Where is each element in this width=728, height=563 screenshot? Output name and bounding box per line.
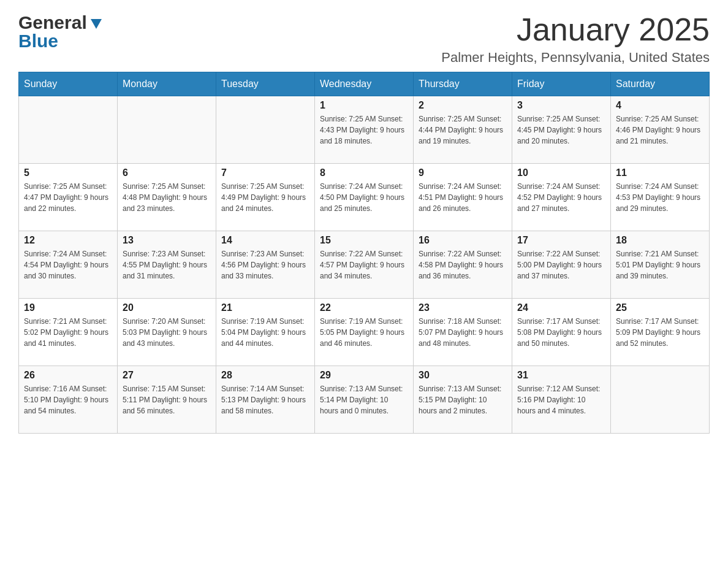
day-number: 22	[320, 302, 408, 313]
day-info: Sunrise: 7:19 AM Sunset: 5:04 PM Dayligh…	[221, 316, 309, 349]
day-number: 16	[419, 235, 507, 246]
table-row: 31Sunrise: 7:12 AM Sunset: 5:16 PM Dayli…	[512, 366, 611, 434]
day-info: Sunrise: 7:25 AM Sunset: 4:47 PM Dayligh…	[24, 181, 112, 214]
col-sunday: Sunday	[19, 72, 118, 96]
day-info: Sunrise: 7:25 AM Sunset: 4:43 PM Dayligh…	[320, 113, 408, 147]
day-number: 9	[419, 167, 507, 178]
table-row: 27Sunrise: 7:15 AM Sunset: 5:11 PM Dayli…	[118, 366, 216, 434]
day-info: Sunrise: 7:21 AM Sunset: 5:01 PM Dayligh…	[616, 248, 704, 282]
day-info: Sunrise: 7:21 AM Sunset: 5:02 PM Dayligh…	[24, 316, 112, 349]
day-info: Sunrise: 7:25 AM Sunset: 4:46 PM Dayligh…	[616, 113, 704, 147]
location-title: Palmer Heights, Pennsylvania, United Sta…	[441, 50, 710, 66]
table-row: 26Sunrise: 7:16 AM Sunset: 5:10 PM Dayli…	[19, 366, 118, 434]
table-row: 28Sunrise: 7:14 AM Sunset: 5:13 PM Dayli…	[216, 366, 315, 434]
table-row: 30Sunrise: 7:13 AM Sunset: 5:15 PM Dayli…	[414, 366, 512, 434]
col-thursday: Thursday	[414, 72, 512, 96]
day-number: 20	[123, 302, 211, 313]
table-row: 16Sunrise: 7:22 AM Sunset: 4:58 PM Dayli…	[414, 231, 512, 299]
day-number: 28	[221, 370, 309, 381]
table-row	[216, 96, 315, 164]
col-monday: Monday	[118, 72, 216, 96]
table-row: 1Sunrise: 7:25 AM Sunset: 4:43 PM Daylig…	[315, 96, 414, 164]
day-number: 1	[320, 100, 408, 111]
table-row: 19Sunrise: 7:21 AM Sunset: 5:02 PM Dayli…	[19, 299, 118, 366]
table-row: 25Sunrise: 7:17 AM Sunset: 5:09 PM Dayli…	[611, 299, 710, 366]
calendar-week-row: 5Sunrise: 7:25 AM Sunset: 4:47 PM Daylig…	[19, 164, 710, 231]
logo-blue-text: Blue	[18, 31, 58, 52]
day-number: 17	[517, 235, 605, 246]
logo: General Blue	[18, 12, 103, 52]
day-number: 2	[419, 100, 507, 111]
table-row: 3Sunrise: 7:25 AM Sunset: 4:45 PM Daylig…	[512, 96, 611, 164]
day-info: Sunrise: 7:20 AM Sunset: 5:03 PM Dayligh…	[123, 316, 211, 349]
table-row	[611, 366, 710, 434]
table-row: 18Sunrise: 7:21 AM Sunset: 5:01 PM Dayli…	[611, 231, 710, 299]
calendar-week-row: 19Sunrise: 7:21 AM Sunset: 5:02 PM Dayli…	[19, 299, 710, 366]
table-row: 21Sunrise: 7:19 AM Sunset: 5:04 PM Dayli…	[216, 299, 315, 366]
table-row: 17Sunrise: 7:22 AM Sunset: 5:00 PM Dayli…	[512, 231, 611, 299]
calendar-header-row: Sunday Monday Tuesday Wednesday Thursday…	[19, 72, 710, 96]
col-wednesday: Wednesday	[315, 72, 414, 96]
day-number: 15	[320, 235, 408, 246]
day-info: Sunrise: 7:24 AM Sunset: 4:52 PM Dayligh…	[517, 181, 605, 214]
calendar-week-row: 1Sunrise: 7:25 AM Sunset: 4:43 PM Daylig…	[19, 96, 710, 164]
day-number: 10	[517, 167, 605, 178]
day-info: Sunrise: 7:22 AM Sunset: 5:00 PM Dayligh…	[517, 248, 605, 282]
calendar-week-row: 12Sunrise: 7:24 AM Sunset: 4:54 PM Dayli…	[19, 231, 710, 299]
calendar-week-row: 26Sunrise: 7:16 AM Sunset: 5:10 PM Dayli…	[19, 366, 710, 434]
calendar-table: Sunday Monday Tuesday Wednesday Thursday…	[18, 72, 710, 434]
table-row	[19, 96, 118, 164]
day-info: Sunrise: 7:22 AM Sunset: 4:58 PM Dayligh…	[419, 248, 507, 282]
table-row: 11Sunrise: 7:24 AM Sunset: 4:53 PM Dayli…	[611, 164, 710, 231]
day-info: Sunrise: 7:17 AM Sunset: 5:08 PM Dayligh…	[517, 316, 605, 349]
title-section: January 2025 Palmer Heights, Pennsylvani…	[441, 12, 710, 66]
table-row: 10Sunrise: 7:24 AM Sunset: 4:52 PM Dayli…	[512, 164, 611, 231]
day-info: Sunrise: 7:13 AM Sunset: 5:14 PM Dayligh…	[320, 383, 408, 416]
day-info: Sunrise: 7:22 AM Sunset: 4:57 PM Dayligh…	[320, 248, 408, 282]
day-number: 26	[24, 370, 112, 381]
day-info: Sunrise: 7:19 AM Sunset: 5:05 PM Dayligh…	[320, 316, 408, 349]
table-row: 15Sunrise: 7:22 AM Sunset: 4:57 PM Dayli…	[315, 231, 414, 299]
table-row: 5Sunrise: 7:25 AM Sunset: 4:47 PM Daylig…	[19, 164, 118, 231]
svg-marker-0	[91, 19, 102, 29]
col-friday: Friday	[512, 72, 611, 96]
col-saturday: Saturday	[611, 72, 710, 96]
day-info: Sunrise: 7:24 AM Sunset: 4:51 PM Dayligh…	[419, 181, 507, 214]
page-header: General Blue January 2025 Palmer Heights…	[18, 12, 710, 66]
day-number: 29	[320, 370, 408, 381]
table-row: 22Sunrise: 7:19 AM Sunset: 5:05 PM Dayli…	[315, 299, 414, 366]
table-row: 29Sunrise: 7:13 AM Sunset: 5:14 PM Dayli…	[315, 366, 414, 434]
table-row: 24Sunrise: 7:17 AM Sunset: 5:08 PM Dayli…	[512, 299, 611, 366]
day-info: Sunrise: 7:24 AM Sunset: 4:50 PM Dayligh…	[320, 181, 408, 214]
day-info: Sunrise: 7:23 AM Sunset: 4:56 PM Dayligh…	[221, 248, 309, 282]
day-info: Sunrise: 7:25 AM Sunset: 4:49 PM Dayligh…	[221, 181, 309, 214]
day-info: Sunrise: 7:16 AM Sunset: 5:10 PM Dayligh…	[24, 383, 112, 416]
day-number: 27	[123, 370, 211, 381]
table-row: 4Sunrise: 7:25 AM Sunset: 4:46 PM Daylig…	[611, 96, 710, 164]
table-row: 23Sunrise: 7:18 AM Sunset: 5:07 PM Dayli…	[414, 299, 512, 366]
day-info: Sunrise: 7:12 AM Sunset: 5:16 PM Dayligh…	[517, 383, 605, 416]
day-number: 7	[221, 167, 309, 178]
day-number: 8	[320, 167, 408, 178]
day-number: 6	[123, 167, 211, 178]
logo-general-text: General	[18, 12, 87, 33]
day-number: 5	[24, 167, 112, 178]
day-info: Sunrise: 7:13 AM Sunset: 5:15 PM Dayligh…	[419, 383, 507, 416]
day-info: Sunrise: 7:25 AM Sunset: 4:48 PM Dayligh…	[123, 181, 211, 214]
table-row: 7Sunrise: 7:25 AM Sunset: 4:49 PM Daylig…	[216, 164, 315, 231]
day-number: 11	[616, 167, 704, 178]
day-number: 23	[419, 302, 507, 313]
day-info: Sunrise: 7:25 AM Sunset: 4:44 PM Dayligh…	[419, 113, 507, 147]
day-number: 12	[24, 235, 112, 246]
day-number: 3	[517, 100, 605, 111]
day-number: 19	[24, 302, 112, 313]
day-number: 30	[419, 370, 507, 381]
table-row: 13Sunrise: 7:23 AM Sunset: 4:55 PM Dayli…	[118, 231, 216, 299]
table-row: 2Sunrise: 7:25 AM Sunset: 4:44 PM Daylig…	[414, 96, 512, 164]
table-row: 8Sunrise: 7:24 AM Sunset: 4:50 PM Daylig…	[315, 164, 414, 231]
day-info: Sunrise: 7:24 AM Sunset: 4:54 PM Dayligh…	[24, 248, 112, 282]
day-info: Sunrise: 7:25 AM Sunset: 4:45 PM Dayligh…	[517, 113, 605, 147]
day-info: Sunrise: 7:14 AM Sunset: 5:13 PM Dayligh…	[221, 383, 309, 416]
day-number: 13	[123, 235, 211, 246]
col-tuesday: Tuesday	[216, 72, 315, 96]
